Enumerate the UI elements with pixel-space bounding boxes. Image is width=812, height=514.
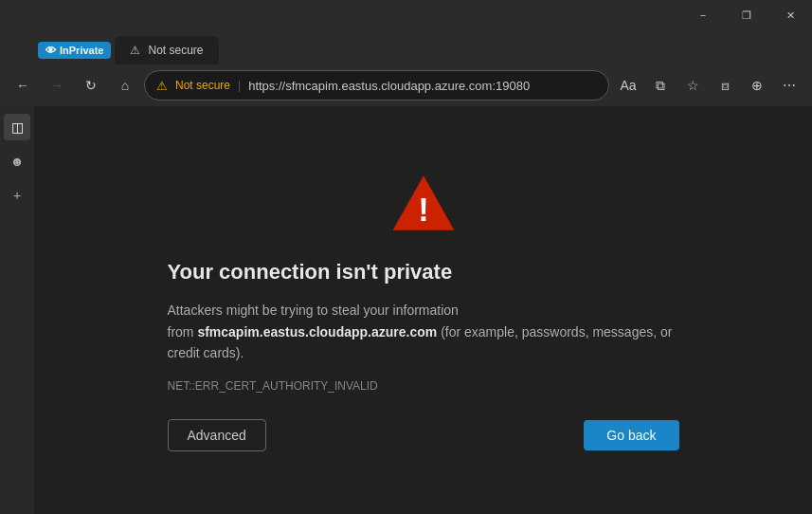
sidebar-add-button[interactable]: +	[4, 182, 30, 209]
error-domain: sfmcapim.eastus.cloudapp.azure.com	[197, 324, 437, 340]
more-tools-button[interactable]: ⋯	[774, 70, 804, 101]
tabbar: 👁 InPrivate ⚠ Not secure	[0, 30, 812, 64]
back-button[interactable]: ←	[8, 70, 38, 101]
security-warning-icon: ⚠	[156, 79, 168, 93]
refresh-button[interactable]: ↻	[76, 70, 106, 101]
titlebar: − ❐ ✕	[0, 0, 812, 30]
main-area: ◫ ☻ + ! Your connection isn't private At…	[0, 106, 812, 514]
error-container: ! Your connection isn't private Attacker…	[149, 150, 698, 469]
advanced-button[interactable]: Advanced	[168, 419, 266, 451]
sidebar-collections-button[interactable]: ◫	[4, 114, 30, 140]
navbar: ← → ↻ ⌂ ⚠ Not secure | https://sfmcapim.…	[0, 64, 812, 106]
inprivate-label: InPrivate	[60, 45, 103, 56]
svg-text:!: !	[418, 193, 429, 229]
navbar-right-buttons: Aa ⧉ ☆ ⧈ ⊕ ⋯	[613, 70, 804, 101]
titlebar-controls: − ❐ ✕	[681, 0, 812, 30]
home-button[interactable]: ⌂	[110, 70, 140, 101]
go-back-button[interactable]: Go back	[584, 420, 678, 450]
tab-title: Not secure	[148, 44, 203, 57]
url-display: https://sfmcapim.eastus.cloudapp.azure.c…	[248, 79, 597, 93]
page-content: ! Your connection isn't private Attacker…	[34, 106, 812, 514]
sidebar-profile-button[interactable]: ☻	[4, 148, 30, 174]
sidebar: ◫ ☻ +	[0, 106, 34, 514]
warning-triangle-icon: !	[389, 169, 458, 237]
collections-button[interactable]: ⧈	[710, 70, 740, 101]
error-description: Attackers might be trying to steal your …	[168, 300, 679, 363]
read-mode-button[interactable]: Aa	[613, 70, 643, 101]
forward-button[interactable]: →	[42, 70, 72, 101]
active-tab[interactable]: ⚠ Not secure	[115, 36, 218, 64]
not-secure-label: Not secure	[175, 79, 230, 92]
inprivate-icon: 👁	[45, 45, 56, 56]
error-title: Your connection isn't private	[168, 260, 453, 285]
url-domain: https://sfmcapim.eastus.cloudapp.azure.c…	[248, 79, 530, 93]
minimize-button[interactable]: −	[681, 0, 725, 30]
inprivate-badge: 👁 InPrivate	[38, 42, 111, 59]
close-button[interactable]: ✕	[768, 0, 812, 30]
browser-chrome: 👁 InPrivate ⚠ Not secure ← → ↻ ⌂ ⚠ Not s…	[0, 30, 812, 514]
restore-button[interactable]: ❐	[725, 0, 768, 30]
error-code: NET::ERR_CERT_AUTHORITY_INVALID	[168, 379, 378, 393]
url-separator: |	[238, 79, 241, 92]
split-screen-button[interactable]: ⧉	[645, 70, 676, 101]
tab-warning-icon: ⚠	[130, 44, 140, 57]
profile-button[interactable]: ⊕	[742, 70, 772, 101]
button-row: Advanced Go back	[168, 419, 679, 451]
address-bar[interactable]: ⚠ Not secure | https://sfmcapim.eastus.c…	[144, 70, 609, 101]
favorites-button[interactable]: ☆	[677, 70, 708, 101]
